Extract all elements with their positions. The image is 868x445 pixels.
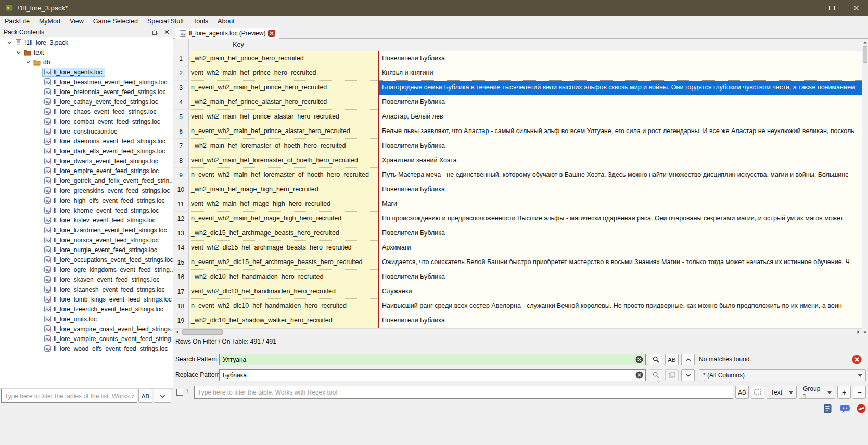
cell-key[interactable]: vent_wh2_main_hef_prince_hero_recruited <box>189 66 378 81</box>
menu-tools[interactable]: Tools <box>188 16 213 27</box>
tree-item-loc-file[interactable]: All_lore_vampire_counts_event_feed_strin… <box>0 334 173 344</box>
table-row[interactable]: 17vent_wh2_dlc10_hef_handmaiden_hero_rec… <box>173 284 868 299</box>
menu-about[interactable]: About <box>213 16 239 27</box>
row-number[interactable]: 16 <box>173 270 189 284</box>
table-row[interactable]: 5vent_wh2_main_hef_prince_alastar_hero_r… <box>173 110 868 124</box>
key-column-header[interactable]: Key <box>220 41 257 48</box>
tables-filter-case-button[interactable]: AB <box>138 389 152 403</box>
search-next-button[interactable] <box>681 369 695 381</box>
row-number[interactable]: 7 <box>173 139 189 153</box>
row-number[interactable]: 11 <box>173 197 189 212</box>
replace-all-button[interactable] <box>665 369 679 381</box>
row-number[interactable]: 10 <box>173 182 189 197</box>
recording-icon[interactable] <box>856 403 867 415</box>
menu-game-selected[interactable]: Game Selected <box>88 16 143 27</box>
filter-case-sensitive-button[interactable]: AB <box>735 386 749 399</box>
tree-item-loc-file[interactable]: All_lore_tzeentch_event_feed_strings.loc <box>0 304 173 314</box>
vertical-scrollbar[interactable] <box>862 39 868 335</box>
cell-text[interactable]: Ожидается, что соискатель Белой Башни бы… <box>379 255 862 270</box>
replace-pattern-input[interactable] <box>219 369 646 381</box>
clear-input-icon[interactable] <box>635 356 643 363</box>
tree-item-loc-file[interactable]: All_lore_vampire_coast_event_feed_string… <box>0 324 173 334</box>
tree-item-loc-file[interactable]: All_lore_beastmen_event_feed_strings.loc <box>0 77 173 87</box>
table-row[interactable]: 14vent_wh2_dlc15_hef_archmage_beasts_her… <box>173 241 868 255</box>
replace-search-button[interactable] <box>649 369 662 381</box>
row-number[interactable]: 2 <box>173 66 189 81</box>
cell-text[interactable]: Повелители Бублика <box>379 270 862 284</box>
maximize-button[interactable] <box>820 0 844 16</box>
chevron-down-icon[interactable] <box>24 58 32 67</box>
row-number[interactable]: 3 <box>173 81 189 95</box>
cell-key[interactable]: n_event_wh2_main_hef_mage_high_hero_recr… <box>189 212 378 226</box>
cell-text[interactable]: Благородные семьи Бублика в течение тыся… <box>379 81 862 95</box>
tree-item-loc-file[interactable]: All_lore_skaven_event_feed_strings.loc <box>0 274 173 284</box>
tree-item-loc-file[interactable]: All_lore_dwarfs_event_feed_strings.loc <box>0 156 173 166</box>
search-case-sensitive-button[interactable]: AB <box>665 354 679 365</box>
cell-text[interactable]: Белые львы заявляют, что Аластар - самый… <box>379 124 862 139</box>
tree-item-loc-file[interactable]: All_lore_tomb_kings_event_feed_strings.l… <box>0 294 173 304</box>
table-row[interactable]: 10_wh2_main_hef_mage_high_hero_recruited… <box>173 182 868 197</box>
cell-key[interactable]: _wh2_dlc10_hef_handmaiden_hero_recruited <box>189 270 378 284</box>
cell-text[interactable]: Аластар, Белый лев <box>379 110 862 124</box>
tree-item-loc-file[interactable]: All_lore_gotrek_and_felix_event_feed_str… <box>0 176 173 186</box>
chevron-down-icon[interactable] <box>15 48 23 57</box>
cell-key[interactable]: _wh2_main_hef_loremaster_of_hoeth_hero_r… <box>189 139 378 153</box>
tree-item-text-folder[interactable]: text <box>0 47 173 57</box>
cell-text[interactable]: Наивысший ранг среди всех сестер Авелорн… <box>379 299 862 313</box>
clear-input-icon[interactable] <box>635 371 643 379</box>
cell-text[interactable]: По происхождению и предрасположенности В… <box>379 212 862 226</box>
row-number[interactable]: 15 <box>173 255 189 270</box>
cell-key[interactable]: _wh2_main_hef_prince_alastar_hero_recrui… <box>189 95 378 110</box>
cell-key[interactable]: vent_wh2_dlc15_hef_archmage_beasts_hero_… <box>189 241 378 255</box>
table-row[interactable]: 18n_event_wh2_dlc10_hef_handmaiden_hero_… <box>173 299 868 313</box>
table-row[interactable]: 8vent_wh2_main_hef_loremaster_of_hoeth_h… <box>173 153 868 168</box>
menu-view[interactable]: View <box>65 16 88 27</box>
scroll-down-icon[interactable] <box>862 329 868 335</box>
horizontal-scrollbar[interactable] <box>173 328 862 335</box>
add-filter-button[interactable]: + <box>837 386 851 399</box>
menu-mymod[interactable]: MyMod <box>34 16 65 27</box>
cell-text[interactable]: Хранители знаний Хоэта <box>379 153 862 168</box>
row-number[interactable]: 17 <box>173 284 189 299</box>
close-button[interactable] <box>844 0 868 16</box>
tree-item-loc-file[interactable]: All_lore_empire_event_feed_strings.loc <box>0 166 173 176</box>
cell-text[interactable]: Повелители Бублика <box>379 51 862 66</box>
filter-group-combo[interactable]: Group 1 <box>799 386 835 399</box>
table-row[interactable]: 15n_event_wh2_dlc15_hef_archmage_beasts_… <box>173 255 868 270</box>
chevron-down-icon[interactable] <box>5 38 14 47</box>
tree-item-loc-file[interactable]: All_lore_cathay_event_feed_strings.loc <box>0 97 173 107</box>
search-button[interactable] <box>649 354 662 365</box>
tree-item-pack-root[interactable]: !1ll_lore_3.pack <box>0 37 173 47</box>
float-panel-icon[interactable] <box>150 28 160 36</box>
cell-text[interactable]: Маги <box>379 197 862 212</box>
table-filter-input[interactable] <box>194 386 733 399</box>
cell-key[interactable]: n_event_wh2_dlc15_hef_archmage_beasts_he… <box>189 255 378 270</box>
cell-text[interactable]: Повелители Бублика <box>379 313 862 328</box>
tree-item-loc-file[interactable]: All_lore_bretonnia_event_feed_strings.lo… <box>0 87 173 97</box>
cell-text[interactable]: Повелители Бублика <box>379 139 862 153</box>
scroll-right-icon[interactable] <box>854 329 862 335</box>
cell-key[interactable]: _wh2_main_hef_prince_hero_recruited <box>189 51 378 66</box>
tree-item-loc-file[interactable]: All_lore_daemons_event_feed_strings.loc <box>0 136 173 146</box>
row-number[interactable]: 6 <box>173 124 189 139</box>
row-number[interactable]: 12 <box>173 212 189 226</box>
scroll-left-icon[interactable] <box>173 329 181 335</box>
cell-text[interactable]: Путь Мастера меча - не единственный, кот… <box>379 168 862 182</box>
minimize-button[interactable] <box>796 0 820 16</box>
filter-not-checkbox[interactable] <box>176 389 183 396</box>
tree-item-loc-file[interactable]: All_lore_agents.loc <box>0 67 173 77</box>
tree-item-loc-file[interactable]: All_lore_khorne_event_feed_strings.loc <box>0 205 173 215</box>
tree-item-db-folder[interactable]: db <box>0 57 173 67</box>
row-number[interactable]: 9 <box>173 168 189 182</box>
tree-item-loc-file[interactable]: All_lore_lizardmen_event_feed_strings.lo… <box>0 225 173 235</box>
table-row[interactable]: 2vent_wh2_main_hef_prince_hero_recruited… <box>173 66 868 81</box>
tree-item-loc-file[interactable]: All_lore_combat_event_feed_strings.loc <box>0 116 173 126</box>
row-number[interactable]: 1 <box>173 51 189 66</box>
row-number[interactable]: 14 <box>173 241 189 255</box>
tree-item-loc-file[interactable]: All_lore_norsca_event_feed_strings.loc <box>0 235 173 245</box>
row-number[interactable]: 4 <box>173 95 189 110</box>
cell-key[interactable]: _wh2_dlc10_hef_shadow_walker_hero_recrui… <box>189 313 378 328</box>
cell-key[interactable]: n_event_wh2_main_hef_prince_alastar_hero… <box>189 124 378 139</box>
search-pattern-input[interactable] <box>219 354 646 365</box>
scroll-up-icon[interactable] <box>862 39 868 45</box>
